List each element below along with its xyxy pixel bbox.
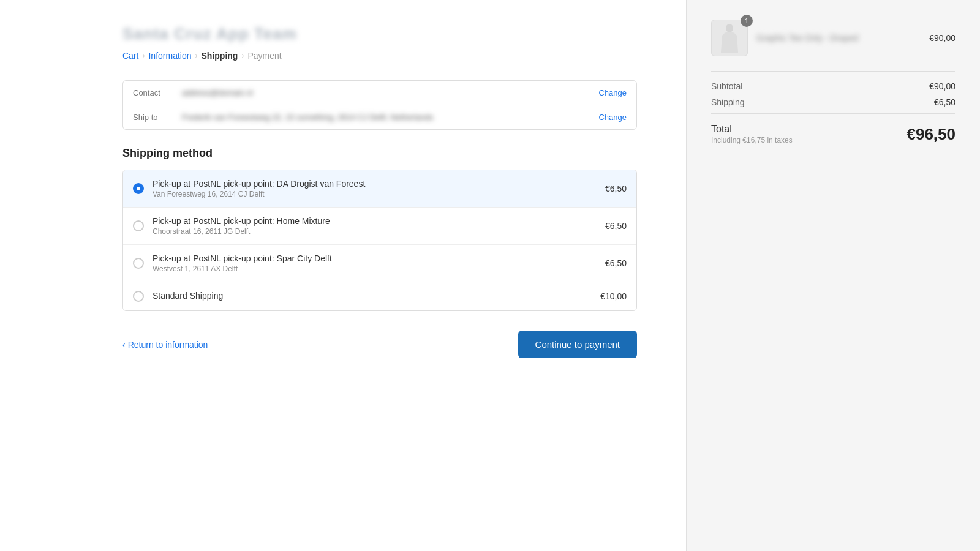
grand-total-label-group: Total Including €16,75 in taxes [711, 124, 793, 144]
radio-option-1[interactable] [133, 183, 144, 194]
option-details-3: Pick-up at PostNL pick-up point: Spar Ci… [153, 253, 605, 273]
continue-to-payment-button[interactable]: Continue to payment [518, 331, 637, 358]
product-name: Graphic Tee Only - Draped [756, 33, 921, 43]
separator-1: › [142, 51, 145, 60]
option-details-1: Pick-up at PostNL pick-up point: DA Drog… [153, 179, 605, 198]
option-details-4: Standard Shipping [153, 291, 600, 302]
subtotal-label: Subtotal [711, 81, 742, 91]
grand-total-tax-note: Including €16,75 in taxes [711, 136, 793, 144]
shipping-method-title: Shipping method [123, 147, 637, 160]
option-price-4: €10,00 [600, 291, 627, 301]
option-name-3: Pick-up at PostNL pick-up point: Spar Ci… [153, 253, 605, 263]
option-address-2: Choorstraat 16, 2611 JG Delft [153, 227, 605, 236]
breadcrumb: Cart › Information › Shipping › Payment [123, 51, 637, 61]
product-image-wrap: 1 [711, 20, 748, 56]
shipping-option-4[interactable]: Standard Shipping €10,00 [123, 282, 636, 310]
subtotal-value: €90,00 [929, 81, 956, 91]
ship-to-label: Ship to [133, 113, 182, 122]
option-price-3: €6,50 [605, 258, 627, 268]
contact-value: address@domain.nl [182, 88, 598, 97]
shipping-option-3[interactable]: Pick-up at PostNL pick-up point: Spar Ci… [123, 245, 636, 282]
subtotal-row: Subtotal €90,00 [711, 81, 956, 91]
ship-to-change-button[interactable]: Change [598, 113, 627, 122]
option-details-2: Pick-up at PostNL pick-up point: Home Mi… [153, 216, 605, 236]
option-name-1: Pick-up at PostNL pick-up point: DA Drog… [153, 179, 605, 189]
order-totals: Subtotal €90,00 Shipping €6,50 Total Inc… [711, 71, 956, 144]
shipping-value: €6,50 [934, 97, 956, 107]
separator-2: › [195, 51, 198, 60]
left-panel: Santa Cruz App Team Cart › Information ›… [0, 0, 686, 551]
option-price-1: €6,50 [605, 184, 627, 193]
breadcrumb-payment: Payment [247, 51, 281, 61]
form-actions: ‹ Return to information Continue to paym… [123, 331, 637, 358]
right-panel: 1 Graphic Tee Only - Draped €90,00 Subto… [686, 0, 980, 551]
svg-point-0 [726, 24, 733, 32]
product-quantity-badge: 1 [741, 15, 753, 27]
back-chevron-icon: ‹ [123, 340, 126, 350]
contact-label: Contact [133, 88, 182, 97]
option-name-2: Pick-up at PostNL pick-up point: Home Mi… [153, 216, 605, 226]
breadcrumb-cart[interactable]: Cart [123, 51, 138, 61]
back-link-label: Return to information [128, 340, 208, 350]
radio-option-3[interactable] [133, 258, 144, 269]
product-thumbnail-icon [720, 23, 739, 53]
shipping-option-1[interactable]: Pick-up at PostNL pick-up point: DA Drog… [123, 170, 636, 208]
separator-3: › [241, 51, 244, 60]
option-price-2: €6,50 [605, 221, 627, 231]
product-info: Graphic Tee Only - Draped [756, 33, 921, 43]
option-name-4: Standard Shipping [153, 291, 600, 301]
product-price: €90,00 [929, 33, 956, 43]
shipping-options-list: Pick-up at PostNL pick-up point: DA Drog… [123, 170, 637, 311]
ship-to-value: Frederik van Foreestweg 22, 15 something… [182, 113, 598, 122]
option-address-1: Van Foreestweg 16, 2614 CJ Delft [153, 190, 605, 198]
shipping-row: Shipping €6,50 [711, 97, 956, 107]
ship-to-row: Ship to Frederik van Foreestweg 22, 15 s… [123, 105, 636, 129]
contact-row: Contact address@domain.nl Change [123, 81, 636, 105]
radio-option-2[interactable] [133, 220, 144, 231]
contact-info-box: Contact address@domain.nl Change Ship to… [123, 80, 637, 130]
shipping-label: Shipping [711, 97, 745, 107]
grand-total-value: €96,50 [907, 125, 956, 144]
grand-total-label: Total [711, 124, 793, 135]
product-row: 1 Graphic Tee Only - Draped €90,00 [711, 20, 956, 56]
breadcrumb-shipping: Shipping [202, 51, 238, 61]
shipping-option-2[interactable]: Pick-up at PostNL pick-up point: Home Mi… [123, 208, 636, 245]
option-address-3: Westvest 1, 2611 AX Delft [153, 264, 605, 273]
contact-change-button[interactable]: Change [598, 88, 627, 97]
grand-total-row: Total Including €16,75 in taxes €96,50 [711, 113, 956, 144]
store-title: Santa Cruz App Team [123, 24, 637, 43]
back-link[interactable]: ‹ Return to information [123, 340, 208, 350]
breadcrumb-information[interactable]: Information [148, 51, 191, 61]
radio-option-4[interactable] [133, 291, 144, 302]
